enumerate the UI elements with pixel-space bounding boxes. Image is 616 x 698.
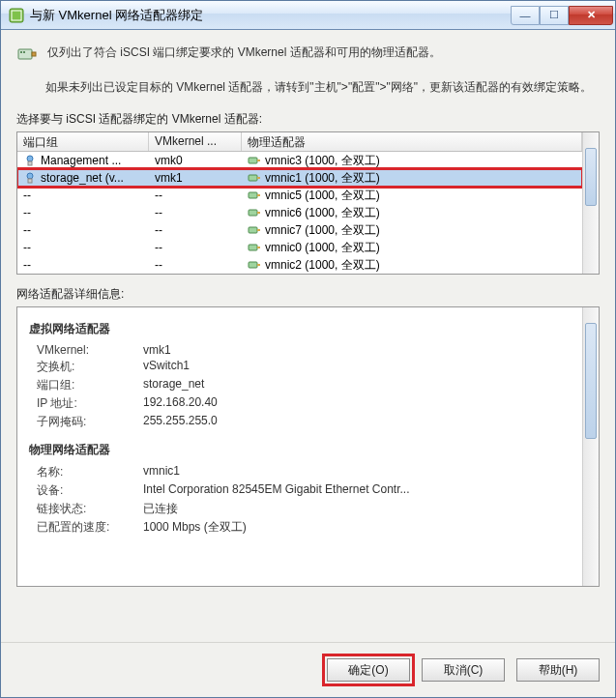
cell-vmkernel: vmk0 bbox=[149, 154, 242, 167]
table-prompt: 选择要与 iSCSI 适配器绑定的 VMkernel 适配器: bbox=[16, 111, 600, 128]
svg-point-6 bbox=[27, 156, 33, 161]
link-value: 已连接 bbox=[143, 501, 178, 517]
details-scroll-thumb[interactable] bbox=[585, 323, 597, 439]
cell-vmkernel: -- bbox=[149, 258, 242, 272]
app-icon bbox=[9, 8, 24, 23]
window-buttons: — ☐ ✕ bbox=[511, 6, 613, 25]
ip-label: IP 地址: bbox=[37, 395, 143, 412]
ip-value: 192.168.20.40 bbox=[143, 395, 218, 412]
svg-rect-21 bbox=[257, 247, 260, 248]
table-row[interactable]: ----vmnic5 (1000, 全双工) bbox=[17, 187, 582, 204]
button-bar: 确定(O) 取消(C) 帮助(H) bbox=[1, 642, 615, 697]
svg-rect-17 bbox=[257, 212, 260, 214]
details-label: 网络适配器详细信息: bbox=[16, 286, 600, 303]
cell-portgroup: -- bbox=[17, 206, 149, 219]
svg-rect-8 bbox=[249, 158, 257, 163]
device-label: 设备: bbox=[37, 482, 143, 499]
cell-vmkernel: -- bbox=[149, 223, 242, 237]
details-box: 虚拟网络适配器 VMkernel:vmk1 交换机:vSwitch1 端口组:s… bbox=[16, 306, 600, 587]
speed-label: 已配置的速度: bbox=[37, 519, 143, 536]
link-label: 链接状态: bbox=[37, 501, 143, 517]
portgroup-value: storage_net bbox=[143, 377, 204, 393]
table-row[interactable]: ----vmnic2 (1000, 全双工) bbox=[17, 256, 582, 274]
table-row[interactable]: ----vmnic6 (1000, 全双工) bbox=[17, 204, 582, 221]
cell-physical: vmnic2 (1000, 全双工) bbox=[242, 257, 582, 274]
vmkernel-label: VMkernel: bbox=[37, 343, 143, 357]
table-body: Management ...vmk0vmnic3 (1000, 全双工)stor… bbox=[17, 152, 582, 274]
cell-physical: vmnic5 (1000, 全双工) bbox=[242, 188, 582, 204]
vmkernel-value: vmk1 bbox=[143, 343, 171, 357]
svg-rect-13 bbox=[257, 177, 260, 179]
table-row[interactable]: Management ...vmk0vmnic3 (1000, 全双工) bbox=[17, 152, 582, 169]
svg-rect-22 bbox=[249, 262, 257, 268]
policy-text: 如果未列出已设定目标的 VMkernel 适配器，请转到"主机">"配置">"网… bbox=[45, 78, 600, 96]
details-scrollbar[interactable] bbox=[582, 307, 599, 586]
cell-physical: vmnic0 (1000, 全双工) bbox=[242, 240, 582, 256]
vswitch-value: vSwitch1 bbox=[143, 359, 190, 375]
svg-rect-4 bbox=[20, 51, 22, 53]
svg-rect-16 bbox=[249, 210, 257, 216]
table-scroll: 端口组 VMkernel ... 物理适配器 Management ...vmk… bbox=[17, 132, 582, 274]
minimize-button[interactable]: — bbox=[511, 6, 540, 25]
portgroup-label: 端口组: bbox=[37, 377, 143, 393]
maximize-button[interactable]: ☐ bbox=[540, 6, 569, 25]
svg-rect-14 bbox=[249, 192, 257, 198]
cell-portgroup: -- bbox=[17, 189, 149, 202]
cell-portgroup: -- bbox=[17, 241, 149, 254]
dialog-body: 仅列出了符合 iSCSI 端口绑定要求的 VMkernel 适配器和可用的物理适… bbox=[1, 30, 615, 642]
cell-portgroup: Management ... bbox=[17, 154, 149, 167]
cancel-button[interactable]: 取消(C) bbox=[422, 658, 505, 682]
table-row[interactable]: ----vmnic0 (1000, 全双工) bbox=[17, 239, 582, 256]
col-vmkernel[interactable]: VMkernel ... bbox=[149, 132, 242, 151]
ok-button[interactable]: 确定(O) bbox=[327, 658, 410, 682]
col-physical[interactable]: 物理适配器 bbox=[242, 132, 582, 151]
info-row: 仅列出了符合 iSCSI 端口绑定要求的 VMkernel 适配器和可用的物理适… bbox=[16, 44, 600, 65]
svg-rect-20 bbox=[249, 245, 257, 250]
scroll-thumb[interactable] bbox=[585, 148, 597, 206]
cell-vmkernel: vmk1 bbox=[149, 171, 242, 185]
cell-physical: vmnic6 (1000, 全双工) bbox=[242, 205, 582, 221]
cell-vmkernel: -- bbox=[149, 189, 242, 202]
speed-value: 1000 Mbps (全双工) bbox=[143, 519, 247, 536]
cell-vmkernel: -- bbox=[149, 206, 242, 219]
device-value: Intel Corporation 82545EM Gigabit Ethern… bbox=[143, 482, 410, 499]
cell-vmkernel: -- bbox=[149, 241, 242, 254]
svg-point-10 bbox=[27, 173, 33, 179]
svg-rect-5 bbox=[23, 51, 25, 53]
svg-rect-3 bbox=[32, 52, 36, 56]
cell-physical: vmnic1 (1000, 全双工) bbox=[242, 170, 582, 187]
close-button[interactable]: ✕ bbox=[569, 6, 613, 25]
svg-rect-15 bbox=[257, 194, 260, 196]
svg-rect-9 bbox=[257, 160, 260, 161]
cell-portgroup: -- bbox=[17, 223, 149, 237]
dialog-window: 与新 VMkernel 网络适配器绑定 — ☐ ✕ 仅列出了符合 iSCSI 端… bbox=[0, 0, 616, 698]
help-button[interactable]: 帮助(H) bbox=[516, 658, 600, 682]
name-value: vmnic1 bbox=[143, 464, 180, 480]
col-portgroup[interactable]: 端口组 bbox=[17, 132, 149, 151]
svg-rect-2 bbox=[18, 49, 32, 59]
table-row[interactable]: storage_net (v...vmk1vmnic1 (1000, 全双工) bbox=[17, 169, 582, 187]
table-scrollbar[interactable] bbox=[582, 132, 599, 274]
mask-label: 子网掩码: bbox=[37, 414, 143, 430]
mask-value: 255.255.255.0 bbox=[143, 414, 218, 430]
table-header: 端口组 VMkernel ... 物理适配器 bbox=[17, 132, 582, 152]
titlebar[interactable]: 与新 VMkernel 网络适配器绑定 — ☐ ✕ bbox=[1, 1, 615, 30]
svg-rect-19 bbox=[257, 229, 260, 231]
physical-adapter-title: 物理网络适配器 bbox=[29, 442, 587, 458]
vswitch-label: 交换机: bbox=[37, 359, 143, 375]
svg-rect-12 bbox=[249, 175, 257, 181]
window-title: 与新 VMkernel 网络适配器绑定 bbox=[30, 7, 511, 24]
svg-rect-23 bbox=[257, 264, 260, 266]
svg-rect-18 bbox=[249, 227, 257, 233]
adapter-table: 端口组 VMkernel ... 物理适配器 Management ...vmk… bbox=[16, 131, 600, 275]
table-row[interactable]: ----vmnic7 (1000, 全双工) bbox=[17, 221, 582, 239]
cell-physical: vmnic7 (1000, 全双工) bbox=[242, 222, 582, 239]
cell-portgroup: -- bbox=[17, 258, 149, 272]
nic-icon bbox=[16, 44, 38, 65]
cell-portgroup: storage_net (v... bbox=[17, 171, 149, 185]
svg-rect-7 bbox=[28, 161, 32, 165]
info-text: 仅列出了符合 iSCSI 端口绑定要求的 VMkernel 适配器和可用的物理适… bbox=[47, 44, 441, 61]
svg-rect-11 bbox=[28, 179, 32, 183]
cell-physical: vmnic3 (1000, 全双工) bbox=[242, 153, 582, 169]
name-label: 名称: bbox=[37, 464, 143, 480]
